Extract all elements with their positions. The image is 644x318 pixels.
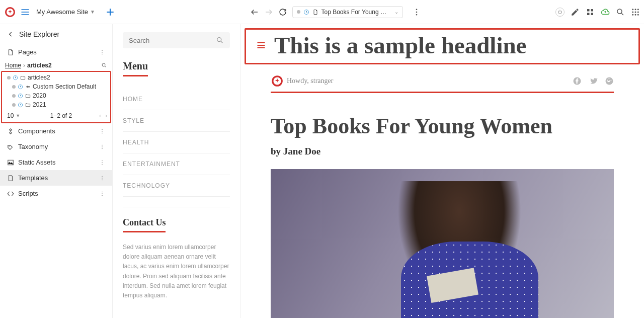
sidebar: Site Explorer Pages Home › articles2 art… bbox=[0, 24, 113, 318]
edit-icon[interactable] bbox=[571, 8, 580, 17]
url-text: Top Books For Young Wo… bbox=[321, 9, 391, 16]
page-prev-icon[interactable]: ‹ bbox=[98, 112, 102, 119]
refresh-icon[interactable] bbox=[278, 8, 287, 17]
tree-item[interactable]: Custom Section Default bbox=[4, 82, 108, 91]
sidebar-section-pages[interactable]: Pages bbox=[0, 44, 112, 60]
tree-item[interactable]: articles2 bbox=[4, 73, 108, 82]
preview-content: This is a sample headline Howdy, strange… bbox=[240, 24, 644, 318]
breadcrumb-current: articles2 bbox=[27, 62, 52, 69]
main-menu-icon[interactable] bbox=[20, 7, 30, 17]
svg-point-3 bbox=[416, 14, 417, 15]
svg-point-31 bbox=[102, 148, 103, 149]
article-title[interactable]: Top Books For Young Women bbox=[271, 113, 614, 139]
heading-underline bbox=[123, 231, 166, 232]
tree-item[interactable]: 2020 bbox=[4, 91, 108, 100]
hero-image[interactable] bbox=[271, 169, 614, 318]
contact-text: Sed varius enim lorem ullamcorper dolore… bbox=[123, 243, 230, 300]
svg-point-39 bbox=[102, 191, 103, 192]
sidebar-title: Site Explorer bbox=[19, 30, 59, 38]
svg-point-17 bbox=[637, 14, 639, 15]
divider bbox=[123, 207, 230, 207]
section-more-icon[interactable] bbox=[99, 175, 105, 181]
preview-sidebar: Menu HOME STYLE HEALTH ENTERTAINMENT TEC… bbox=[113, 24, 240, 318]
image-icon bbox=[7, 159, 14, 166]
site-name-text: My Awesome Site bbox=[36, 8, 88, 16]
svg-point-13 bbox=[635, 11, 636, 13]
breadcrumb-sep-icon: › bbox=[23, 62, 25, 69]
add-icon[interactable] bbox=[105, 7, 115, 17]
preview-menu-icon[interactable] bbox=[256, 40, 266, 50]
menu-item-technology[interactable]: TECHNOLOGY bbox=[123, 175, 230, 197]
status-dot-icon bbox=[12, 94, 16, 98]
google-plus-icon[interactable] bbox=[605, 76, 614, 86]
section-more-icon[interactable] bbox=[99, 191, 105, 197]
apps-grid-icon[interactable] bbox=[631, 8, 640, 17]
contact-heading: Contact Us bbox=[123, 217, 230, 228]
top-bar: My Awesome Site ▼ Top Books For Young Wo… bbox=[0, 0, 644, 24]
sidebar-section-taxonomy[interactable]: Taxonomy bbox=[0, 139, 112, 154]
page-next-icon[interactable]: › bbox=[104, 112, 108, 119]
greeting-row: Howdy, stranger bbox=[271, 74, 614, 93]
code-icon bbox=[7, 190, 14, 197]
svg-point-38 bbox=[102, 179, 103, 180]
url-bar[interactable]: Top Books For Young Wo… ⌄ bbox=[292, 6, 403, 18]
section-more-icon[interactable] bbox=[99, 128, 105, 134]
facebook-icon[interactable] bbox=[573, 76, 582, 86]
nav-forward-icon[interactable] bbox=[264, 8, 273, 17]
preview-headline[interactable]: This is a sample headline bbox=[274, 32, 526, 59]
twitter-icon[interactable] bbox=[589, 76, 598, 86]
search-icon bbox=[216, 36, 224, 44]
site-logo-icon bbox=[271, 74, 284, 88]
menu-item-entertainment[interactable]: ENTERTAINMENT bbox=[123, 153, 230, 175]
svg-point-9 bbox=[632, 9, 633, 10]
cloud-publish-icon[interactable] bbox=[601, 8, 610, 17]
power-icon[interactable] bbox=[555, 8, 565, 17]
svg-point-21 bbox=[102, 63, 105, 66]
section-more-icon[interactable] bbox=[99, 160, 105, 166]
menu-item-health[interactable]: HEALTH bbox=[123, 132, 230, 153]
search-box[interactable] bbox=[123, 32, 230, 48]
svg-point-16 bbox=[635, 14, 636, 15]
svg-point-15 bbox=[632, 14, 633, 15]
menu-item-home[interactable]: HOME bbox=[123, 89, 230, 110]
sidebar-section-static-assets[interactable]: Static Assets bbox=[0, 154, 112, 170]
sidebar-section-scripts[interactable]: Scripts bbox=[0, 186, 112, 201]
svg-point-8 bbox=[617, 9, 622, 14]
svg-point-33 bbox=[102, 160, 103, 161]
search-icon[interactable] bbox=[616, 8, 625, 17]
menu-item-style[interactable]: STYLE bbox=[123, 110, 230, 132]
url-dropdown-icon[interactable]: ⌄ bbox=[394, 9, 398, 15]
sidebar-section-components[interactable]: Components bbox=[0, 123, 112, 139]
taxonomy-icon bbox=[7, 143, 14, 150]
svg-point-40 bbox=[102, 193, 103, 194]
svg-point-36 bbox=[102, 176, 103, 177]
grid4-icon[interactable] bbox=[586, 8, 595, 17]
sidebar-section-templates[interactable]: Templates bbox=[0, 170, 112, 186]
clock-icon bbox=[18, 84, 23, 90]
nav-back-icon[interactable] bbox=[250, 8, 259, 17]
heading-underline bbox=[123, 75, 148, 76]
breadcrumb-home[interactable]: Home bbox=[5, 62, 21, 69]
svg-point-34 bbox=[102, 162, 103, 163]
tree-item[interactable]: 2021 bbox=[4, 100, 108, 109]
svg-point-14 bbox=[637, 11, 639, 13]
headline-highlight: This is a sample headline bbox=[245, 28, 640, 64]
svg-point-11 bbox=[637, 9, 639, 10]
page-size-select[interactable]: 10 ▼ bbox=[4, 112, 24, 119]
tree-pagination: 10 ▼ 1–2 of 2 ‹ › bbox=[4, 109, 108, 119]
menu-heading: Menu bbox=[123, 60, 230, 72]
section-more-icon[interactable] bbox=[99, 49, 105, 55]
sidebar-back-icon[interactable] bbox=[7, 31, 14, 38]
tree-search-icon[interactable] bbox=[101, 62, 107, 68]
breadcrumb: Home › articles2 bbox=[0, 60, 112, 71]
svg-point-29 bbox=[102, 144, 103, 145]
document-icon bbox=[312, 9, 318, 15]
svg-point-37 bbox=[102, 178, 103, 179]
section-more-icon[interactable] bbox=[99, 144, 105, 150]
svg-point-35 bbox=[102, 164, 103, 165]
site-name-dropdown[interactable]: My Awesome Site ▼ bbox=[36, 8, 95, 16]
svg-rect-7 bbox=[591, 13, 594, 15]
pagination-info: 1–2 of 2 bbox=[26, 112, 96, 119]
page-more-icon[interactable] bbox=[412, 8, 421, 17]
search-input[interactable] bbox=[129, 37, 216, 44]
